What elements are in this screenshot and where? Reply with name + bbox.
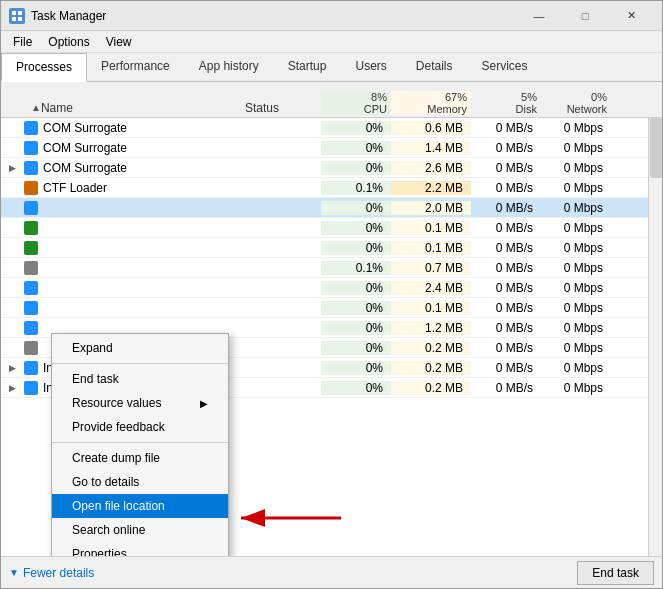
cell-network: 0 Mbps bbox=[541, 121, 611, 135]
process-icon bbox=[23, 200, 39, 216]
svg-rect-3 bbox=[18, 17, 22, 21]
table-row[interactable]: ▶ COM Surrogate 0% 2.6 MB 0 MB/s 0 Mbps bbox=[1, 158, 662, 178]
cell-name: COM Surrogate bbox=[1, 140, 241, 156]
table-row[interactable]: COM Surrogate 0% 0.6 MB 0 MB/s 0 Mbps bbox=[1, 118, 662, 138]
scrollbar[interactable] bbox=[648, 118, 662, 556]
ctx-resource-values[interactable]: Resource values ▶ bbox=[52, 391, 228, 415]
menu-view[interactable]: View bbox=[98, 33, 140, 51]
cell-cpu: 0.1% bbox=[321, 261, 391, 275]
cell-network: 0 Mbps bbox=[541, 221, 611, 235]
menu-options[interactable]: Options bbox=[40, 33, 97, 51]
cell-cpu: 0.1% bbox=[321, 181, 391, 195]
cell-name bbox=[1, 280, 241, 296]
table-row[interactable]: 0.1% 0.7 MB 0 MB/s 0 Mbps bbox=[1, 258, 662, 278]
window-controls: — □ ✕ bbox=[516, 1, 654, 31]
menu-file[interactable]: File bbox=[5, 33, 40, 51]
cell-network: 0 Mbps bbox=[541, 341, 611, 355]
cell-disk: 0 MB/s bbox=[471, 281, 541, 295]
cell-disk: 0 MB/s bbox=[471, 181, 541, 195]
tab-startup[interactable]: Startup bbox=[274, 53, 342, 81]
cell-name bbox=[1, 240, 241, 256]
table-row[interactable]: 0% 0.1 MB 0 MB/s 0 Mbps bbox=[1, 298, 662, 318]
ctx-create-dump[interactable]: Create dump file bbox=[52, 446, 228, 470]
cell-disk: 0 MB/s bbox=[471, 341, 541, 355]
table-row[interactable]: 0% 0.1 MB 0 MB/s 0 Mbps bbox=[1, 218, 662, 238]
cell-network: 0 Mbps bbox=[541, 161, 611, 175]
cell-network: 0 Mbps bbox=[541, 141, 611, 155]
col-header-network[interactable]: 0% Network bbox=[541, 91, 611, 115]
ctx-search-online[interactable]: Search online bbox=[52, 518, 228, 542]
cell-memory: 2.4 MB bbox=[391, 281, 471, 295]
cell-disk: 0 MB/s bbox=[471, 221, 541, 235]
submenu-arrow-icon: ▶ bbox=[200, 398, 208, 409]
annotation-arrow bbox=[231, 506, 351, 533]
cell-network: 0 Mbps bbox=[541, 381, 611, 395]
cell-memory: 0.2 MB bbox=[391, 341, 471, 355]
ctx-expand[interactable]: Expand bbox=[52, 336, 228, 360]
ctx-properties[interactable]: Properties bbox=[52, 542, 228, 556]
cell-memory: 1.4 MB bbox=[391, 141, 471, 155]
col-header-memory[interactable]: 67% Memory bbox=[391, 91, 471, 115]
cell-disk: 0 MB/s bbox=[471, 321, 541, 335]
cell-disk: 0 MB/s bbox=[471, 361, 541, 375]
col-header-status[interactable]: Status bbox=[241, 101, 321, 115]
cell-network: 0 Mbps bbox=[541, 261, 611, 275]
cell-memory: 2.6 MB bbox=[391, 161, 471, 175]
cell-network: 0 Mbps bbox=[541, 201, 611, 215]
cell-name bbox=[1, 200, 241, 216]
process-icon bbox=[23, 180, 39, 196]
cell-cpu: 0% bbox=[321, 121, 391, 135]
table-body: COM Surrogate 0% 0.6 MB 0 MB/s 0 Mbps CO… bbox=[1, 118, 662, 556]
ctx-separator bbox=[52, 363, 228, 364]
fewer-details-button[interactable]: ▼ Fewer details bbox=[9, 566, 94, 580]
tab-bar: Processes Performance App history Startu… bbox=[1, 53, 662, 82]
process-icon bbox=[23, 360, 39, 376]
tab-details[interactable]: Details bbox=[402, 53, 468, 81]
fewer-details-icon: ▼ bbox=[9, 567, 19, 578]
col-header-name[interactable]: ▲ Name bbox=[1, 101, 241, 115]
cell-network: 0 Mbps bbox=[541, 281, 611, 295]
svg-rect-0 bbox=[12, 11, 16, 15]
maximize-button[interactable]: □ bbox=[562, 1, 608, 31]
cell-cpu: 0% bbox=[321, 161, 391, 175]
ctx-go-to-details[interactable]: Go to details bbox=[52, 470, 228, 494]
scrollbar-thumb[interactable] bbox=[650, 118, 662, 178]
table-header: ▲ Name Status 8% CPU 67% Memory 5% Disk … bbox=[1, 82, 662, 118]
ctx-open-file-location[interactable]: Open file location bbox=[52, 494, 228, 518]
cell-memory: 0.1 MB bbox=[391, 241, 471, 255]
close-button[interactable]: ✕ bbox=[608, 1, 654, 31]
table-row[interactable]: 0% 2.0 MB 0 MB/s 0 Mbps bbox=[1, 198, 662, 218]
tab-performance[interactable]: Performance bbox=[87, 53, 185, 81]
table-row[interactable]: COM Surrogate 0% 1.4 MB 0 MB/s 0 Mbps bbox=[1, 138, 662, 158]
process-icon bbox=[23, 140, 39, 156]
cell-cpu: 0% bbox=[321, 201, 391, 215]
tab-services[interactable]: Services bbox=[468, 53, 543, 81]
cell-name: CTF Loader bbox=[1, 180, 241, 196]
tab-users[interactable]: Users bbox=[341, 53, 401, 81]
cell-network: 0 Mbps bbox=[541, 361, 611, 375]
cell-disk: 0 MB/s bbox=[471, 161, 541, 175]
cell-disk: 0 MB/s bbox=[471, 201, 541, 215]
table-row[interactable]: 0% 2.4 MB 0 MB/s 0 Mbps bbox=[1, 278, 662, 298]
process-icon bbox=[23, 300, 39, 316]
col-header-cpu[interactable]: 8% CPU bbox=[321, 91, 391, 115]
ctx-separator bbox=[52, 442, 228, 443]
cell-cpu: 0% bbox=[321, 301, 391, 315]
table-row[interactable]: CTF Loader 0.1% 2.2 MB 0 MB/s 0 Mbps bbox=[1, 178, 662, 198]
cell-memory: 0.7 MB bbox=[391, 261, 471, 275]
end-task-button[interactable]: End task bbox=[577, 561, 654, 585]
ctx-end-task[interactable]: End task bbox=[52, 367, 228, 391]
process-icon bbox=[23, 380, 39, 396]
tab-app-history[interactable]: App history bbox=[185, 53, 274, 81]
minimize-button[interactable]: — bbox=[516, 1, 562, 31]
tab-processes[interactable]: Processes bbox=[1, 53, 87, 82]
ctx-provide-feedback[interactable]: Provide feedback bbox=[52, 415, 228, 439]
table-row[interactable]: 0% 0.1 MB 0 MB/s 0 Mbps bbox=[1, 238, 662, 258]
cell-memory: 0.6 MB bbox=[391, 121, 471, 135]
col-header-disk[interactable]: 5% Disk bbox=[471, 91, 541, 115]
cell-disk: 0 MB/s bbox=[471, 261, 541, 275]
cell-memory: 2.2 MB bbox=[391, 181, 471, 195]
cell-cpu: 0% bbox=[321, 281, 391, 295]
cell-memory: 0.2 MB bbox=[391, 381, 471, 395]
cell-cpu: 0% bbox=[321, 381, 391, 395]
